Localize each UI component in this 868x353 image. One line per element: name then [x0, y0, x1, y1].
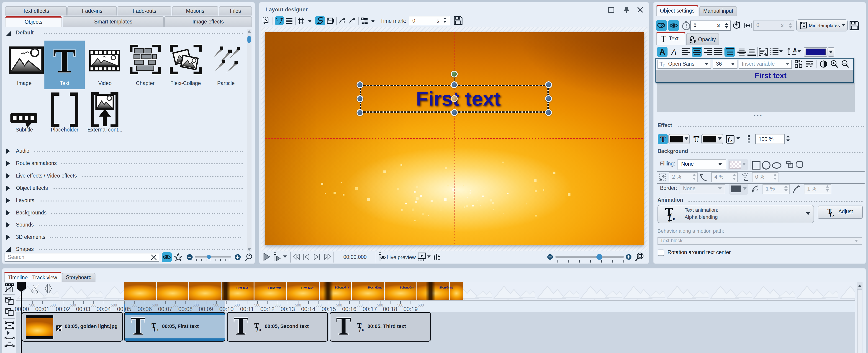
svg-text:x: x	[833, 213, 835, 217]
svg-text:x: x	[673, 216, 675, 221]
svg-text:x: x	[259, 328, 261, 331]
svg-text:T: T	[662, 63, 664, 67]
svg-text:A: A	[793, 48, 797, 54]
svg-text:T: T	[660, 135, 666, 144]
svg-text:T: T	[234, 316, 248, 336]
svg-text:B: B	[59, 328, 61, 331]
svg-text:x: x	[156, 328, 158, 331]
svg-text:T: T	[694, 135, 699, 144]
svg-text:T: T	[661, 35, 666, 43]
svg-text:T: T	[131, 316, 145, 336]
svg-text:T: T	[53, 44, 76, 76]
svg-text:x: x	[362, 328, 364, 331]
svg-text:x: x	[731, 139, 733, 142]
svg-text:f: f	[728, 136, 730, 143]
svg-text:T: T	[337, 316, 351, 336]
